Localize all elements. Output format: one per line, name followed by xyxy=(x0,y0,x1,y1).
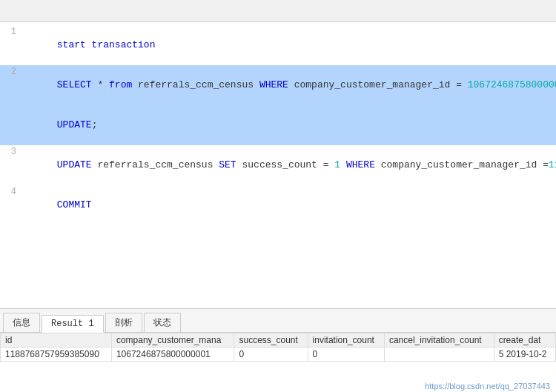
watermark: https://blog.csdn.net/qq_27037443 xyxy=(425,382,550,391)
code-line-4: 4 COMMIT xyxy=(0,185,556,225)
kw-start: start transaction xyxy=(57,39,156,50)
line-number-3: 3 xyxy=(0,145,22,159)
kw-select: SELECT xyxy=(57,79,92,90)
kw-set: SET xyxy=(219,159,236,170)
plain-7 xyxy=(340,159,346,170)
val-1: 1 xyxy=(334,159,340,170)
table-header-row: id company_customer_mana success_count i… xyxy=(1,333,556,348)
line-number-4: 4 xyxy=(0,185,22,199)
kw-commit: COMMIT xyxy=(57,199,92,210)
kw-update-cont: UPDATE xyxy=(57,119,92,130)
code-line-3: 3 UPDATE referrals_ccm_census SET succes… xyxy=(0,145,556,185)
cell-id: 1188768757959385090 xyxy=(1,348,112,362)
col-header-invitation: invitation_count xyxy=(308,333,384,348)
result-table: id company_customer_mana success_count i… xyxy=(0,333,556,362)
line-number-2: 2 xyxy=(0,65,22,79)
line-number-1: 1 xyxy=(0,25,22,39)
tab-result1[interactable]: Result 1 xyxy=(42,315,104,333)
line-content-1: start transaction xyxy=(22,25,556,65)
cell-success: 0 xyxy=(234,348,308,362)
cell-invitation: 0 xyxy=(308,348,384,362)
line-content-2: SELECT * from referrals_ccm_census WHERE… xyxy=(22,65,556,105)
plain-3: company_customer_manager_id = xyxy=(288,79,468,90)
val-11: 11 xyxy=(549,159,556,170)
tab-status[interactable]: 状态 xyxy=(144,313,181,332)
plain-5: referrals_ccm_census xyxy=(92,159,219,170)
tab-info[interactable]: 信息 xyxy=(3,313,40,332)
table-row: 1188768757959385090 1067246875800000001 … xyxy=(1,348,556,362)
line-content-2b: UPDATE; xyxy=(22,105,556,145)
result-area[interactable]: id company_customer_mana success_count i… xyxy=(0,333,556,392)
code-line-2: 2 SELECT * from referrals_ccm_census WHE… xyxy=(0,65,556,105)
editor-area[interactable]: 1 start transaction 2 SELECT * from refe… xyxy=(0,22,556,309)
kw-update: UPDATE xyxy=(57,159,92,170)
kw-where2: WHERE xyxy=(346,159,375,170)
kw-from: from xyxy=(109,79,132,90)
cell-company: 1067246875800000001 xyxy=(111,348,234,362)
line-content-3: UPDATE referrals_ccm_census SET success_… xyxy=(22,145,556,185)
col-header-create: create_dat xyxy=(494,333,555,348)
plain-6: success_count = xyxy=(236,159,335,170)
toolbar xyxy=(0,0,556,22)
plain-2: referrals_ccm_census xyxy=(132,79,259,90)
tab-profiling[interactable]: 剖析 xyxy=(105,313,142,332)
col-header-id: id xyxy=(1,333,112,348)
plain-1: * xyxy=(92,79,109,90)
tab-bar: 信息 Result 1 剖析 状态 xyxy=(0,309,556,333)
col-header-success-count: success_count xyxy=(234,333,308,348)
code-line-1: 1 start transaction xyxy=(0,25,556,65)
val-id: 1067246875800000001 xyxy=(468,79,556,90)
col-header-company: company_customer_mana xyxy=(111,333,234,348)
col-header-cancel: cancel_invitation_count xyxy=(384,333,494,348)
plain-semi: ; xyxy=(92,119,98,130)
cell-cancel xyxy=(384,348,494,362)
cell-create: 5 2019-10-2 xyxy=(494,348,555,362)
line-content-4: COMMIT xyxy=(22,185,556,225)
code-line-2b: UPDATE; xyxy=(0,105,556,145)
plain-8: company_customer_manager_id = xyxy=(375,159,549,170)
kw-where: WHERE xyxy=(259,79,288,90)
